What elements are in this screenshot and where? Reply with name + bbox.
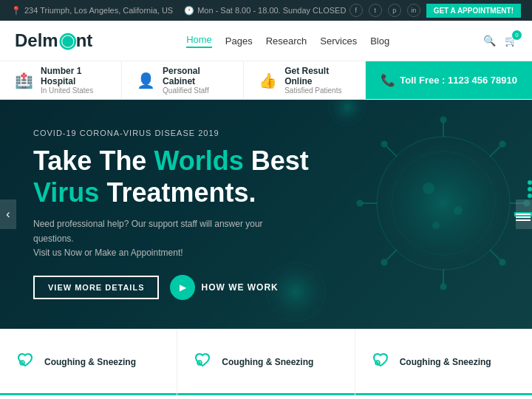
info-cabinet-sub: Qualified Staff (163, 86, 228, 95)
accent-dot-1 (528, 180, 532, 185)
nav-services[interactable]: Services (320, 35, 357, 47)
hero-title: Take The Worlds Best Virus Treatments. (33, 145, 309, 208)
cabinet-icon: 👤 (137, 72, 155, 89)
how-we-work-label: HOW WE WORK (201, 282, 278, 293)
nav-research[interactable]: Research (266, 35, 307, 47)
hero-tag: COVID-19 CORONA-VIRUS DISEASE 2019 (33, 129, 309, 137)
view-more-details-button[interactable]: VIEW MORE DETAILS (33, 276, 159, 299)
logo-text-2: nt (76, 30, 93, 51)
info-bar: 🏥 Number 1 Hospital In United States 👤 P… (0, 61, 532, 100)
nav-blog[interactable]: Blog (370, 35, 389, 47)
cards-section: Coughing & Sneezing Coughing & Sneezing (0, 329, 532, 395)
svg-line-14 (386, 250, 397, 260)
svg-point-17 (499, 259, 505, 265)
hero-title-virus: Virus (33, 177, 99, 208)
toll-free: 📞 Toll Free : 1123 456 78910 (366, 61, 532, 99)
svg-point-3 (440, 117, 446, 123)
toll-free-number: 1123 456 78910 (448, 75, 517, 86)
hero-subtitle: Need professional help? Our support staf… (33, 217, 284, 260)
card-item-2[interactable]: Coughing & Sneezing (177, 329, 355, 395)
info-cabinet-text: Personal Cabinet Qualified Staff (163, 66, 228, 95)
twitter-icon[interactable]: t (369, 4, 382, 17)
logo: Delm ◉ nt (15, 30, 92, 51)
nav-pages[interactable]: Pages (225, 35, 253, 47)
search-icon[interactable]: 🔍 (483, 35, 496, 47)
slider-prev-button[interactable]: ‹ (0, 200, 16, 229)
hero-section: ‹ › COVID-19 CORONA-VIRUS DISEASE 2019 T… (0, 100, 532, 329)
logo-icon: ◉ (58, 30, 76, 51)
card-accent-3 (355, 393, 532, 395)
hero-content: COVID-19 CORONA-VIRUS DISEASE 2019 Take … (0, 106, 342, 322)
cart-badge: 0 (512, 30, 522, 40)
top-bar-left: 📍 234 Triumph, Los Angeles, California, … (11, 6, 346, 16)
clock-icon: 🕐 (184, 6, 194, 16)
card-heart-icon-3 (370, 349, 391, 375)
nav-icons: 🔍 🛒 0 (483, 35, 517, 47)
info-result-text: Get Result Online Satisfied Patients (284, 66, 350, 95)
card-title-2: Coughing & Sneezing (222, 357, 313, 367)
svg-point-20 (432, 222, 440, 229)
svg-point-15 (381, 259, 387, 265)
result-icon: 👍 (259, 72, 277, 89)
card-heart-icon-2 (192, 349, 213, 375)
top-bar: 📍 234 Triumph, Los Angeles, California, … (0, 0, 532, 21)
info-result-title: Get Result Online (284, 66, 350, 86)
accent-dot-3 (528, 194, 532, 198)
logo-text-1: Delm (15, 30, 58, 51)
svg-point-5 (440, 284, 446, 290)
hero-buttons: VIEW MORE DETAILS ▶ HOW WE WORK (33, 275, 309, 300)
card-accent-2 (177, 393, 354, 395)
svg-point-18 (423, 183, 434, 194)
info-result-sub: Satisfied Patients (284, 86, 350, 95)
card-title-1: Coughing & Sneezing (44, 357, 136, 367)
info-cabinet: 👤 Personal Cabinet Qualified Staff (122, 61, 244, 99)
hero-title-part1: Take The (33, 146, 154, 176)
facebook-icon[interactable]: f (349, 4, 363, 17)
phone-icon: 📞 (381, 73, 395, 87)
nav-links: Home Pages Research Services Blog (186, 34, 389, 48)
side-dot-menu[interactable] (514, 212, 532, 216)
svg-point-7 (357, 200, 363, 206)
info-result: 👍 Get Result Online Satisfied Patients (244, 61, 366, 99)
info-hospital-text: Number 1 Hospital In United States (41, 66, 106, 95)
get-appointment-button[interactable]: GET A APPOINTMENT! (426, 4, 521, 18)
card-item-1[interactable]: Coughing & Sneezing (0, 329, 177, 395)
accent-dot-2 (528, 187, 532, 191)
card-text-1: Coughing & Sneezing (44, 357, 136, 367)
card-heart-icon-1 (15, 349, 35, 375)
linkedin-icon[interactable]: in (407, 4, 420, 17)
cart-icon[interactable]: 🛒 0 (505, 35, 517, 47)
top-bar-right: f t p in GET A APPOINTMENT! (349, 4, 521, 18)
hero-title-part2: Best (244, 146, 309, 176)
card-text-3: Coughing & Sneezing (400, 357, 491, 367)
info-hospital-sub: In United States (41, 86, 106, 95)
card-accent-1 (0, 393, 177, 395)
hospital-icon: 🏥 (15, 72, 33, 89)
address-info: 📍 234 Triumph, Los Angeles, California, … (11, 6, 173, 16)
svg-point-19 (454, 206, 463, 215)
svg-line-16 (490, 250, 500, 260)
side-navigation-dots (514, 212, 532, 216)
hours-info: 🕐 Mon - Sat 8.00 - 18.00. Sunday CLOSED (184, 6, 346, 16)
info-hospital: 🏥 Number 1 Hospital In United States (0, 61, 122, 99)
svg-line-12 (490, 146, 500, 157)
how-we-work-button[interactable]: ▶ HOW WE WORK (170, 275, 278, 300)
navbar: Delm ◉ nt Home Pages Research Services B… (0, 21, 532, 61)
svg-point-13 (499, 141, 505, 147)
hero-title-highlight: Worlds (154, 146, 243, 176)
info-hospital-title: Number 1 Hospital (41, 66, 106, 86)
info-cabinet-title: Personal Cabinet (163, 66, 228, 86)
nav-home[interactable]: Home (186, 34, 212, 48)
pinterest-icon[interactable]: p (388, 4, 401, 17)
card-text-2: Coughing & Sneezing (222, 357, 313, 367)
svg-line-10 (386, 146, 397, 157)
location-icon: 📍 (11, 6, 21, 16)
toll-free-label: Toll Free : (400, 75, 445, 86)
card-title-3: Coughing & Sneezing (400, 357, 491, 367)
svg-point-11 (381, 141, 387, 147)
play-icon: ▶ (170, 275, 195, 300)
card-item-3[interactable]: Coughing & Sneezing (355, 329, 532, 395)
hero-title-part4: Treatments. (99, 177, 256, 208)
